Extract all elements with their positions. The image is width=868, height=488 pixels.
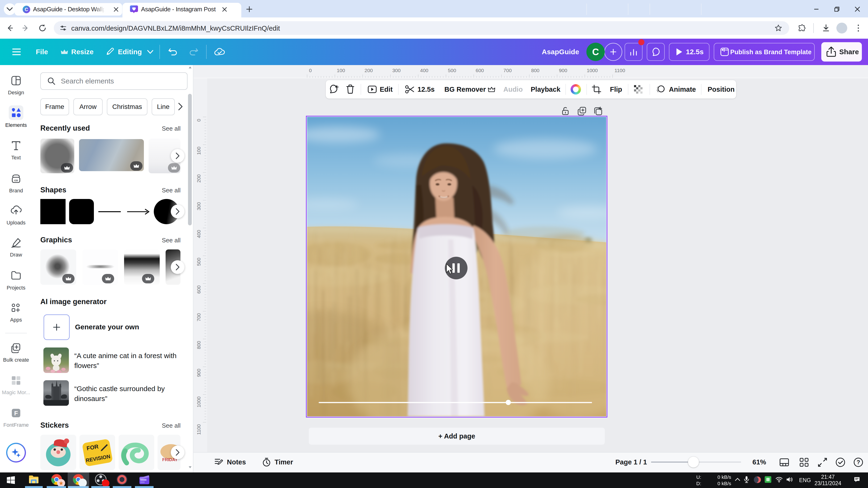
svg-text:900: 900	[196, 369, 202, 377]
svg-text:600: 600	[476, 68, 484, 73]
svg-text:800: 800	[196, 341, 202, 349]
svg-text:200: 200	[196, 174, 202, 183]
svg-text:500: 500	[196, 258, 202, 266]
svg-text:1100: 1100	[614, 68, 625, 73]
svg-text:300: 300	[392, 68, 401, 73]
svg-text:0: 0	[309, 68, 312, 73]
svg-text:400: 400	[420, 68, 428, 73]
svg-text:800: 800	[531, 68, 539, 73]
svg-text:1100: 1100	[196, 424, 202, 435]
svg-text:600: 600	[196, 286, 202, 294]
svg-text:co: co	[14, 178, 18, 182]
svg-text:400: 400	[196, 230, 202, 238]
svg-text:F: F	[14, 410, 18, 417]
svg-text:500: 500	[448, 68, 456, 73]
svg-text:900: 900	[559, 68, 567, 73]
svg-text:100: 100	[337, 68, 345, 73]
svg-text:700: 700	[503, 68, 512, 73]
svg-text:300: 300	[196, 202, 202, 210]
svg-text:100: 100	[196, 147, 202, 155]
svg-text:1000: 1000	[196, 396, 202, 408]
svg-text:200: 200	[365, 68, 373, 73]
svg-text:1000: 1000	[587, 68, 598, 73]
svg-text:0: 0	[196, 119, 202, 122]
svg-text:?: ?	[857, 459, 860, 465]
svg-text:C: C	[25, 7, 28, 12]
svg-text:700: 700	[196, 313, 202, 321]
